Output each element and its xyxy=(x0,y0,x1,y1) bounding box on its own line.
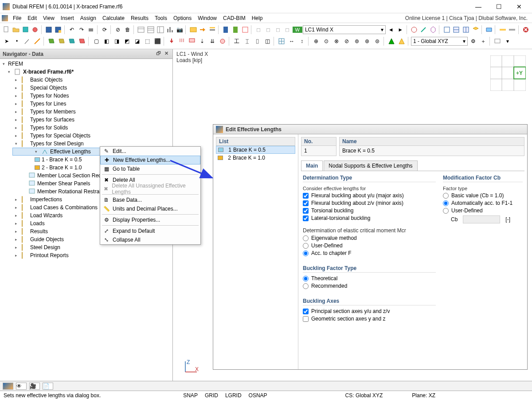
ctx-display-properties[interactable]: ⚙Display Properties... xyxy=(100,215,200,224)
menu-view[interactable]: View xyxy=(40,14,58,22)
load-d-icon[interactable]: ⇣ xyxy=(197,36,207,46)
open-icon[interactable] xyxy=(12,25,21,35)
node-icon[interactable]: • xyxy=(12,36,22,46)
checkbox-icon[interactable] xyxy=(303,316,309,322)
bf-option[interactable]: Theoretical xyxy=(303,275,436,282)
minimize-button[interactable]: — xyxy=(468,0,489,13)
mcr-option[interactable]: Acc. to chapter F xyxy=(303,250,436,256)
load-e-icon[interactable]: ⇊ xyxy=(207,36,217,46)
cs-edit-icon[interactable]: ⚙ xyxy=(468,36,478,46)
menu-calculate[interactable]: Calculate xyxy=(99,14,128,22)
btm-tab-data-icon[interactable] xyxy=(3,383,13,390)
tree-item[interactable]: ▸Types for Nodes xyxy=(0,92,172,100)
save-as-icon[interactable] xyxy=(54,25,63,35)
nav-b-icon[interactable] xyxy=(452,25,461,35)
tree-item[interactable]: ▸Special Objects xyxy=(0,84,172,92)
checkbox-icon[interactable] xyxy=(303,208,309,214)
addon-b-icon[interactable] xyxy=(508,25,517,35)
redo-icon[interactable]: ↷ xyxy=(77,25,86,35)
cb-option[interactable]: User-Defined xyxy=(443,207,523,214)
close-x-icon[interactable] xyxy=(521,25,530,35)
tab-main[interactable]: Main xyxy=(301,160,323,171)
menu-edit[interactable]: Edit xyxy=(24,14,40,22)
list-row[interactable]: 2Brace K = 1.0 xyxy=(216,154,295,162)
status-lgrid[interactable]: LGRID xyxy=(222,392,245,399)
nav-c-icon[interactable] xyxy=(462,25,471,35)
consider-option[interactable]: Lateral-torsional buckling xyxy=(303,215,436,221)
menu-insert[interactable]: Insert xyxy=(58,14,77,22)
radio-icon[interactable] xyxy=(443,193,449,199)
mcr-option[interactable]: User-Defined xyxy=(303,243,436,249)
ba-option[interactable]: Geometric section axes y and z xyxy=(303,316,436,322)
nav-a-icon[interactable] xyxy=(442,25,451,35)
radio-icon[interactable] xyxy=(303,235,309,241)
checkbox-icon[interactable] xyxy=(303,193,309,199)
snap-c-icon[interactable]: ⊗ xyxy=(332,36,341,46)
ctx-edit[interactable]: ✎Edit... xyxy=(100,147,200,156)
tree-item[interactable]: ▸Types for Special Objects xyxy=(0,132,172,140)
calc-all-icon[interactable] xyxy=(231,25,240,35)
no-value[interactable]: 1 xyxy=(301,146,336,156)
open-d-icon[interactable]: ◩ xyxy=(122,36,132,46)
addon-a-icon[interactable] xyxy=(498,25,507,35)
lc-arrow-icon[interactable] xyxy=(198,25,207,35)
cs-new-icon[interactable]: ＋ xyxy=(478,36,488,46)
btm-tab-video-icon[interactable]: 🎥 xyxy=(29,383,40,390)
undo-icon[interactable]: ↶ xyxy=(67,25,77,35)
ctx-go-to-table[interactable]: ▦Go to Table xyxy=(100,164,200,173)
close-button[interactable]: ✕ xyxy=(509,0,529,13)
snap-g-icon[interactable]: ⊜ xyxy=(372,36,382,46)
sect-a-icon[interactable]: 工 xyxy=(232,36,242,46)
checkbox-icon[interactable] xyxy=(303,309,309,314)
cs-combo[interactable]: 1 - Global XYZ▾ xyxy=(411,37,468,46)
surf-c-icon[interactable] xyxy=(67,36,77,46)
menu-window[interactable]: Window xyxy=(195,14,220,22)
calc-icon[interactable] xyxy=(221,25,231,35)
results-icon[interactable] xyxy=(240,25,250,35)
ctx-units-and-decimal-places[interactable]: 📏Units and Decimal Places... xyxy=(100,204,200,213)
menu-assign[interactable]: Assign xyxy=(77,14,99,22)
select-arrow-icon[interactable]: ➤ xyxy=(2,36,12,46)
open-a-icon[interactable]: ▢ xyxy=(91,36,101,46)
display-more-icon[interactable]: ▾ xyxy=(503,36,512,46)
table-small-icon[interactable] xyxy=(137,25,146,35)
view-icon[interactable] xyxy=(485,25,494,35)
line-icon[interactable]: ／ xyxy=(22,36,32,46)
load-f-icon[interactable] xyxy=(218,36,227,46)
ctx-expand-to-default[interactable]: ⤢Expand to Default xyxy=(100,227,200,235)
consider-option[interactable]: Flexural buckling about y/u (major axis) xyxy=(303,192,436,199)
consider-option[interactable]: Flexural buckling about z/v (minor axis) xyxy=(303,200,436,206)
layers-icon[interactable] xyxy=(471,25,480,35)
nav-restore-button[interactable]: 🗗 xyxy=(155,51,162,58)
radio-icon[interactable] xyxy=(303,243,309,249)
ghost3-icon[interactable]: ◻ xyxy=(273,25,282,35)
snap-a-icon[interactable]: ⊕ xyxy=(311,36,321,46)
snap-e-icon[interactable]: ⊚ xyxy=(352,36,362,46)
member-icon[interactable] xyxy=(32,36,42,46)
lc-list-icon[interactable] xyxy=(208,25,217,35)
open-f-icon[interactable]: ⬚ xyxy=(142,36,152,46)
trash-icon[interactable]: 🗑 xyxy=(123,25,133,35)
ctx-new-effective-lengths[interactable]: ✚New Effective Lengths... xyxy=(100,156,200,164)
ghost1-icon[interactable]: ◻ xyxy=(254,25,263,35)
dim-a-icon[interactable]: ↔ xyxy=(287,36,297,46)
tool-c-icon[interactable] xyxy=(429,25,438,35)
tool-b-icon[interactable] xyxy=(419,25,428,35)
radio-icon[interactable] xyxy=(303,250,309,256)
tree-item[interactable]: ▸Basic Objects xyxy=(0,76,172,84)
surf-d-icon[interactable] xyxy=(77,36,87,46)
open-e-icon[interactable]: ◪ xyxy=(132,36,142,46)
open-c-icon[interactable]: ◨ xyxy=(112,36,121,46)
status-osnap[interactable]: OSNAP xyxy=(245,392,271,399)
menu-file[interactable]: File xyxy=(10,14,24,22)
next-lc-icon[interactable]: ► xyxy=(396,25,405,35)
new-file-icon[interactable] xyxy=(2,25,11,35)
tree-item[interactable]: ▸Types for Surfaces xyxy=(0,116,172,124)
tree-item[interactable]: ▸Types for Members xyxy=(0,108,172,116)
ghost2-icon[interactable]: ◻ xyxy=(264,25,273,35)
btm-tab-eye-icon[interactable]: 👁 xyxy=(16,383,27,390)
refresh-icon[interactable]: ⟳ xyxy=(100,25,109,35)
status-snap[interactable]: SNAP xyxy=(180,392,201,399)
status-grid[interactable]: GRID xyxy=(201,392,222,399)
menu-help[interactable]: Help xyxy=(249,14,266,22)
